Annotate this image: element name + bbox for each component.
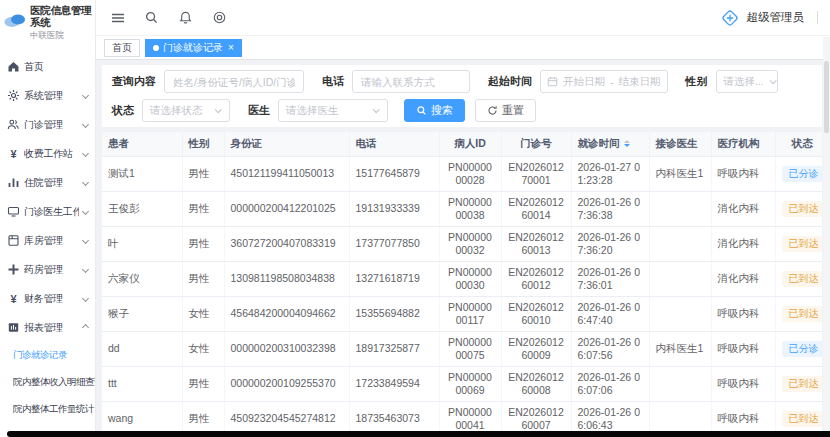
sidebar-item-system[interactable]: 系统管理 [0, 81, 95, 110]
monitor-icon [7, 205, 20, 218]
cell-patient: 王俊彭 [102, 191, 182, 226]
chevron-down-icon [373, 106, 380, 113]
cell-visit_no: EN202601260008 [501, 366, 571, 401]
cell-doctor [649, 191, 711, 226]
active-tab-dot [153, 45, 159, 51]
users-icon [7, 118, 20, 131]
cell-phone: 19131933339 [349, 191, 439, 226]
cell-patient: 叶 [102, 226, 182, 261]
cell-patient: 测试1 [102, 156, 182, 191]
cell-id_card: 000000200412201025 [224, 191, 349, 226]
cell-visit_time: 2026-01-26 07:36:20 [571, 226, 649, 261]
table-header-row: 患者性别身份证电话病人ID门诊号就诊时间接诊医生医疗机构状态 [102, 132, 822, 156]
sidebar-item-outpatient-doctor-station[interactable]: 门诊医生工作站 [0, 197, 95, 226]
sidebar-item-inpatient[interactable]: 住院管理 [0, 168, 95, 197]
bottom-bar [7, 431, 830, 437]
sidebar-item-finance[interactable]: ¥ 财务管理 [0, 284, 95, 313]
sidebar-subitem-workload-stats[interactable]: 院内整体工作量统计 [0, 396, 95, 423]
medical-cross-icon [7, 263, 20, 276]
table-row[interactable]: 六家仪男性13098119850803483813271618719PN0000… [102, 261, 822, 296]
scrollbar-thumb[interactable] [824, 61, 829, 133]
main-area: 超级管理员 首页 门诊就诊记录 × 查询内容 电话 [96, 0, 830, 437]
column-header-0: 患者 [102, 132, 182, 156]
sidebar: 医院信息管理系统 中联医院 首页 系统管理 门诊管理 ¥ 收费工作站 [0, 0, 96, 437]
table-row[interactable]: 叶男性36072720040708331917377077850PN000000… [102, 226, 822, 261]
status-badge: 已到达 [782, 376, 823, 392]
status-select[interactable]: 请选择状态 [142, 99, 230, 122]
gender-select[interactable]: 请选择... [716, 70, 778, 93]
page-content: 查询内容 电话 起始时间 开始日期 - 结束日期 性别 请选择... [96, 60, 830, 437]
close-icon[interactable]: × [228, 43, 234, 53]
chevron-up-icon [82, 324, 89, 331]
doctor-select[interactable]: 请选择医生 [278, 99, 388, 122]
status-label: 状态 [112, 103, 134, 118]
search-button[interactable]: 搜索 [404, 99, 465, 122]
search-icon[interactable] [144, 9, 161, 26]
hamburger-icon[interactable] [110, 9, 127, 26]
search-icon [416, 105, 427, 116]
user-name[interactable]: 超级管理员 [747, 10, 805, 25]
cell-patient_id: PN0000000030 [439, 261, 501, 296]
cell-patient: 猴子 [102, 296, 182, 331]
cell-organization: 呼吸内科 [711, 331, 775, 366]
table-row[interactable]: dd女性00000020031003239818917325877PN00000… [102, 331, 822, 366]
date-range-picker[interactable]: 开始日期 - 结束日期 [540, 70, 668, 93]
cell-phone: 13271618719 [349, 261, 439, 296]
sidebar-item-reports[interactable]: 报表管理 [0, 313, 95, 342]
vertical-scrollbar[interactable] [823, 37, 830, 430]
chevron-down-icon [769, 77, 776, 84]
cell-visit_no: EN202601260014 [501, 191, 571, 226]
cell-gender: 女性 [182, 331, 224, 366]
column-header-6[interactable]: 就诊时间 [571, 132, 649, 156]
cell-gender: 男性 [182, 366, 224, 401]
chevron-down-icon [215, 106, 222, 113]
home-icon [7, 60, 20, 73]
topbar: 超级管理员 [96, 0, 830, 36]
chevron-down-icon [82, 92, 89, 99]
cell-patient_id: PN0000000117 [439, 296, 501, 331]
records-table-card: 患者性别身份证电话病人ID门诊号就诊时间接诊医生医疗机构状态 测试1男性4501… [102, 132, 822, 437]
column-header-9: 状态 [775, 132, 822, 156]
calendar-icon [547, 76, 558, 87]
records-table: 患者性别身份证电话病人ID门诊号就诊时间接诊医生医疗机构状态 测试1男性4501… [102, 132, 822, 437]
sidebar-item-outpatient[interactable]: 门诊管理 [0, 110, 95, 139]
sidebar-item-charging-station[interactable]: ¥ 收费工作站 [0, 139, 95, 168]
phone-input[interactable] [352, 70, 470, 93]
ledger-icon [7, 234, 20, 247]
reset-button[interactable]: 重置 [475, 99, 536, 122]
sidebar-item-warehouse[interactable]: 库房管理 [0, 226, 95, 255]
tabs-bar: 首页 门诊就诊记录 × [96, 36, 830, 60]
table-row[interactable]: 测试1男性45012119941105001315177645879PN0000… [102, 156, 822, 191]
status-badge: 已分诊 [782, 341, 823, 357]
app-title: 医院信息管理系统 [30, 4, 92, 28]
bell-icon[interactable] [178, 9, 195, 26]
cell-visit_time: 2026-01-26 07:36:01 [571, 261, 649, 296]
cell-visit_no: EN202601270001 [501, 156, 571, 191]
cell-visit_time: 2026-01-26 06:47:40 [571, 296, 649, 331]
tab-home[interactable]: 首页 [104, 39, 140, 57]
cell-id_card: 450121199411050013 [224, 156, 349, 191]
cell-visit_time: 2026-01-26 06:07:56 [571, 331, 649, 366]
sidebar-subitem-visit-records[interactable]: 门诊就诊记录 [0, 342, 95, 369]
table-row[interactable]: 猴子女性45648420000409466215355694882PN00000… [102, 296, 822, 331]
query-input[interactable] [164, 70, 304, 93]
tab-visit-records[interactable]: 门诊就诊记录 × [145, 39, 242, 57]
theme-icon[interactable] [212, 9, 229, 26]
status-badge: 已到达 [782, 306, 823, 322]
cell-gender: 男性 [182, 261, 224, 296]
cell-status: 已到达 [775, 296, 822, 331]
table-row[interactable]: ttt男性00000020010925537017233849594PN0000… [102, 366, 822, 401]
cell-phone: 17233849594 [349, 366, 439, 401]
sidebar-item-pharmacy[interactable]: 药房管理 [0, 255, 95, 284]
cell-gender: 男性 [182, 226, 224, 261]
sort-icon[interactable] [624, 140, 630, 147]
app-window: 医院信息管理系统 中联医院 首页 系统管理 门诊管理 ¥ 收费工作站 [0, 0, 830, 437]
cell-organization: 消化内科 [711, 261, 775, 296]
table-row[interactable]: 王俊彭男性00000020041220102519131933339PN0000… [102, 191, 822, 226]
sidebar-item-home[interactable]: 首页 [0, 52, 95, 81]
sidebar-subitem-income-detail[interactable]: 院内整体收入明细查询 [0, 369, 95, 396]
yen-icon: ¥ [7, 293, 20, 305]
chevron-down-icon [82, 266, 89, 273]
cell-id_card: 000000200310032398 [224, 331, 349, 366]
cell-patient_id: PN0000000028 [439, 156, 501, 191]
